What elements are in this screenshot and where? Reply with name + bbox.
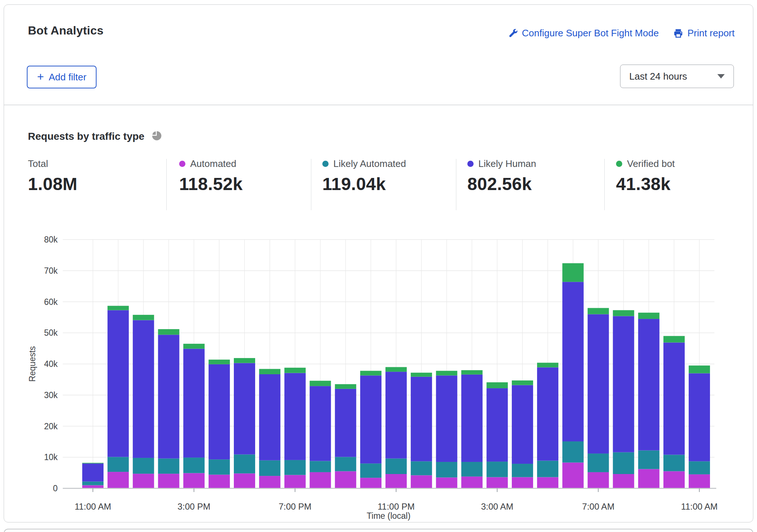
bar-14-likely-human [436, 375, 457, 462]
printer-icon [673, 28, 683, 38]
bar-5-likely-automated [209, 459, 230, 475]
bar-13-likely-human [411, 377, 432, 462]
x-tick-label: 3:00 AM [481, 502, 513, 511]
bar-13-likely-automated [411, 461, 432, 475]
bar-1-likely-automated [108, 457, 129, 472]
bar-4-likely-automated [183, 458, 204, 473]
bar-1-automated [108, 472, 129, 488]
bar-11-likely-human [360, 375, 381, 463]
bar-18-verified-bot [537, 363, 558, 368]
bar-18-likely-human [537, 367, 558, 460]
bar-8-likely-automated [285, 460, 306, 475]
bar-0-likely-human [82, 463, 104, 481]
stat-verified-bot-label: Verified bot [627, 158, 675, 170]
print-report-link[interactable]: Print report [673, 28, 735, 39]
bar-17-verified-bot [512, 380, 533, 385]
y-tick-label: 0 [53, 484, 58, 493]
likely-human-dot-icon [467, 161, 474, 167]
stat-total: Total 1.08M [28, 158, 77, 194]
bar-20-verified-bot [588, 308, 609, 314]
bar-2-likely-human [133, 320, 154, 458]
bar-16-likely-human [486, 388, 508, 462]
bar-14-likely-automated [436, 462, 457, 477]
x-tick-label: 11:00 AM [75, 502, 111, 511]
time-range-value: Last 24 hours [629, 71, 687, 82]
bar-15-verified-bot [461, 370, 482, 375]
bar-5-likely-human [209, 364, 230, 459]
time-range-select[interactable]: Last 24 hours [620, 65, 734, 88]
stat-automated: Automated 118.52k [179, 158, 243, 194]
bar-8-verified-bot [285, 368, 306, 373]
bar-21-likely-automated [613, 452, 634, 474]
bar-12-automated [385, 474, 407, 488]
bar-7-verified-bot [259, 369, 280, 374]
verified-bot-dot-icon [616, 161, 622, 167]
stat-likely-human-value: 802.56k [467, 174, 536, 194]
stat-verified-bot-value: 41.38k [616, 174, 675, 194]
bar-17-automated [512, 477, 533, 488]
bar-20-likely-human [588, 314, 609, 453]
add-filter-label: Add filter [49, 72, 87, 83]
bar-6-likely-human [234, 363, 255, 454]
x-tick-label: 11:00 AM [681, 502, 718, 511]
add-filter-button[interactable]: + Add filter [27, 66, 97, 88]
bar-21-verified-bot [613, 310, 634, 316]
bar-23-automated [663, 471, 685, 488]
bar-8-likely-human [285, 373, 306, 460]
bar-19-likely-human [562, 282, 584, 441]
bar-4-automated [183, 473, 204, 488]
bar-22-likely-automated [638, 451, 659, 469]
x-tick-label: 7:00 AM [582, 502, 615, 511]
chevron-down-icon [717, 74, 725, 79]
bar-9-automated [309, 472, 331, 488]
bar-10-likely-automated [335, 457, 356, 471]
bar-10-automated [335, 471, 356, 488]
bar-7-likely-human [259, 374, 280, 460]
bar-18-automated [537, 477, 558, 488]
bar-17-likely-human [512, 385, 533, 464]
bar-15-likely-human [461, 375, 482, 462]
y-axis-title: Requests [28, 346, 37, 382]
automated-dot-icon [179, 161, 185, 167]
stat-divider [311, 159, 311, 210]
bar-0-automated [82, 485, 104, 488]
stat-verified-bot: Verified bot 41.38k [616, 158, 675, 194]
bar-5-automated [209, 475, 230, 488]
bar-1-likely-human [108, 310, 129, 457]
bar-19-verified-bot [562, 263, 584, 282]
bar-21-likely-human [613, 316, 634, 452]
bar-6-automated [234, 473, 255, 488]
stat-divider [604, 159, 605, 210]
bar-21-automated [613, 474, 634, 488]
bar-0-verified-bot [82, 463, 104, 464]
bar-3-verified-bot [158, 329, 179, 335]
bar-9-likely-automated [309, 461, 331, 472]
y-tick-label: 60k [44, 297, 58, 307]
section-title-row: Requests by traffic type [28, 130, 162, 143]
configure-link-label: Configure Super Bot Fight Mode [522, 28, 659, 39]
configure-super-bot-fight-mode-link[interactable]: Configure Super Bot Fight Mode [508, 28, 659, 39]
bar-2-likely-automated [133, 458, 154, 474]
bar-22-automated [638, 469, 659, 488]
bar-14-automated [436, 477, 457, 488]
bar-23-likely-automated [663, 455, 685, 471]
bar-6-likely-automated [234, 455, 255, 474]
plus-icon: + [37, 71, 44, 83]
bar-3-likely-human [158, 335, 179, 458]
bar-12-likely-human [385, 372, 407, 458]
bar-4-verified-bot [183, 344, 204, 349]
stat-divider [166, 159, 167, 210]
bar-11-likely-automated [360, 463, 381, 478]
bar-3-likely-automated [158, 459, 179, 474]
y-tick-label: 40k [44, 359, 58, 369]
bot-analytics-card: Bot Analytics Configure Super Bot Fight … [4, 4, 753, 522]
bar-20-likely-automated [588, 453, 609, 472]
bar-13-automated [411, 475, 432, 488]
bar-19-likely-automated [562, 441, 584, 463]
bar-8-automated [285, 475, 306, 488]
bar-6-verified-bot [234, 358, 255, 363]
bar-24-likely-automated [689, 461, 710, 474]
y-tick-label: 10k [44, 452, 58, 462]
stat-likely-automated-value: 119.04k [322, 174, 406, 194]
bar-0-likely-automated [82, 481, 104, 485]
